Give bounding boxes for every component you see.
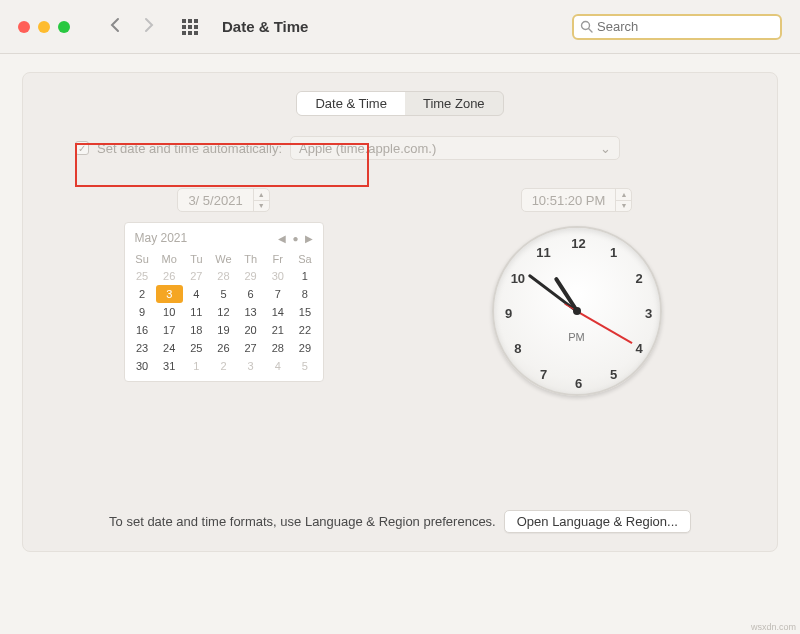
calendar-day[interactable]: 13: [237, 303, 264, 321]
search-input[interactable]: [597, 19, 774, 34]
time-step-up[interactable]: ▲: [616, 189, 631, 201]
clock-number: 6: [569, 376, 589, 391]
calendar-prev-icon[interactable]: ◀: [278, 233, 286, 244]
calendar-day[interactable]: 26: [156, 267, 183, 285]
calendar-day[interactable]: 2: [210, 357, 237, 375]
date-step-up[interactable]: ▲: [254, 189, 269, 201]
calendar[interactable]: May 2021 ◀ ● ▶ SuMoTuWeThFrSa25262728293…: [124, 222, 324, 382]
clock-number: 5: [604, 366, 624, 381]
search-icon: [580, 20, 593, 33]
date-step-down[interactable]: ▼: [254, 201, 269, 212]
calendar-day[interactable]: 16: [129, 321, 156, 339]
calendar-today-icon[interactable]: ●: [292, 233, 298, 244]
window-title: Date & Time: [222, 18, 562, 35]
clock-number: 1: [604, 245, 624, 260]
clock-ampm-label: PM: [568, 331, 585, 343]
calendar-day[interactable]: 20: [237, 321, 264, 339]
calendar-day[interactable]: 14: [264, 303, 291, 321]
date-stepper[interactable]: 3/ 5/2021 ▲ ▼: [177, 188, 269, 212]
preferences-pane: Date & Time Time Zone ✓ Set date and tim…: [22, 72, 778, 552]
time-stepper[interactable]: 10:51:20 PM ▲ ▼: [521, 188, 633, 212]
forward-button[interactable]: [144, 17, 154, 36]
calendar-day[interactable]: 3: [156, 285, 183, 303]
auto-datetime-row: ✓ Set date and time automatically: Apple…: [75, 136, 755, 160]
search-field[interactable]: [572, 14, 782, 40]
calendar-day[interactable]: 11: [183, 303, 210, 321]
minimize-window-button[interactable]: [38, 21, 50, 33]
calendar-day[interactable]: 4: [264, 357, 291, 375]
calendar-day[interactable]: 23: [129, 339, 156, 357]
back-button[interactable]: [110, 17, 120, 36]
calendar-day[interactable]: 12: [210, 303, 237, 321]
calendar-day[interactable]: 26: [210, 339, 237, 357]
window-controls: [18, 21, 70, 33]
calendar-day[interactable]: 8: [291, 285, 318, 303]
auto-datetime-checkbox[interactable]: ✓: [75, 141, 89, 155]
zoom-window-button[interactable]: [58, 21, 70, 33]
calendar-day[interactable]: 22: [291, 321, 318, 339]
calendar-day[interactable]: 29: [237, 267, 264, 285]
calendar-day[interactable]: 19: [210, 321, 237, 339]
calendar-day[interactable]: 30: [129, 357, 156, 375]
calendar-day[interactable]: 28: [264, 339, 291, 357]
calendar-day[interactable]: 24: [156, 339, 183, 357]
calendar-dow: Su: [129, 251, 156, 267]
calendar-day[interactable]: 5: [291, 357, 318, 375]
clock-number: 4: [629, 341, 649, 356]
calendar-day[interactable]: 27: [237, 339, 264, 357]
open-language-region-button[interactable]: Open Language & Region...: [504, 510, 691, 533]
chevron-down-icon: ⌄: [600, 141, 611, 156]
calendar-dow: Sa: [291, 251, 318, 267]
tab-time-zone[interactable]: Time Zone: [405, 92, 503, 115]
calendar-dow: We: [210, 251, 237, 267]
calendar-day[interactable]: 30: [264, 267, 291, 285]
calendar-dow: Th: [237, 251, 264, 267]
calendar-day[interactable]: 1: [291, 267, 318, 285]
svg-line-1: [589, 29, 593, 33]
time-value: 10:51:20 PM: [522, 193, 616, 208]
calendar-next-icon[interactable]: ▶: [305, 233, 313, 244]
calendar-day[interactable]: 9: [129, 303, 156, 321]
calendar-day[interactable]: 29: [291, 339, 318, 357]
calendar-day[interactable]: 27: [183, 267, 210, 285]
calendar-day[interactable]: 17: [156, 321, 183, 339]
calendar-day[interactable]: 31: [156, 357, 183, 375]
calendar-day[interactable]: 25: [129, 267, 156, 285]
calendar-day[interactable]: 6: [237, 285, 264, 303]
clock-number: 9: [499, 306, 519, 321]
calendar-day[interactable]: 7: [264, 285, 291, 303]
close-window-button[interactable]: [18, 21, 30, 33]
calendar-dow: Mo: [156, 251, 183, 267]
watermark: wsxdn.com: [751, 622, 796, 632]
calendar-day[interactable]: 5: [210, 285, 237, 303]
tab-date-time[interactable]: Date & Time: [297, 92, 405, 115]
calendar-day[interactable]: 21: [264, 321, 291, 339]
calendar-day[interactable]: 10: [156, 303, 183, 321]
time-stepper-buttons[interactable]: ▲ ▼: [615, 189, 631, 211]
calendar-day[interactable]: 2: [129, 285, 156, 303]
time-step-down[interactable]: ▼: [616, 201, 631, 212]
date-column: 3/ 5/2021 ▲ ▼ May 2021 ◀ ● ▶ SuMoTuWeThF…: [77, 188, 370, 396]
time-column: 10:51:20 PM ▲ ▼ PM 121234567891011: [430, 188, 723, 396]
toolbar: Date & Time: [0, 0, 800, 54]
time-server-value: Apple (time.apple.com.): [299, 141, 436, 156]
clock-center: [573, 307, 581, 315]
footer-row: To set date and time formats, use Langua…: [23, 510, 777, 533]
clock-number: 11: [534, 245, 554, 260]
calendar-day[interactable]: 1: [183, 357, 210, 375]
show-all-prefs-button[interactable]: [182, 19, 198, 35]
clock-number: 8: [508, 341, 528, 356]
date-stepper-buttons[interactable]: ▲ ▼: [253, 189, 269, 211]
clock-number: 10: [508, 271, 528, 286]
tab-bar: Date & Time Time Zone: [37, 91, 763, 116]
calendar-day[interactable]: 3: [237, 357, 264, 375]
calendar-day[interactable]: 28: [210, 267, 237, 285]
clock-number: 2: [629, 271, 649, 286]
calendar-dow: Tu: [183, 251, 210, 267]
calendar-day[interactable]: 25: [183, 339, 210, 357]
calendar-day[interactable]: 18: [183, 321, 210, 339]
auto-datetime-label: Set date and time automatically:: [97, 141, 282, 156]
calendar-day[interactable]: 4: [183, 285, 210, 303]
time-server-select[interactable]: Apple (time.apple.com.) ⌄: [290, 136, 620, 160]
calendar-day[interactable]: 15: [291, 303, 318, 321]
